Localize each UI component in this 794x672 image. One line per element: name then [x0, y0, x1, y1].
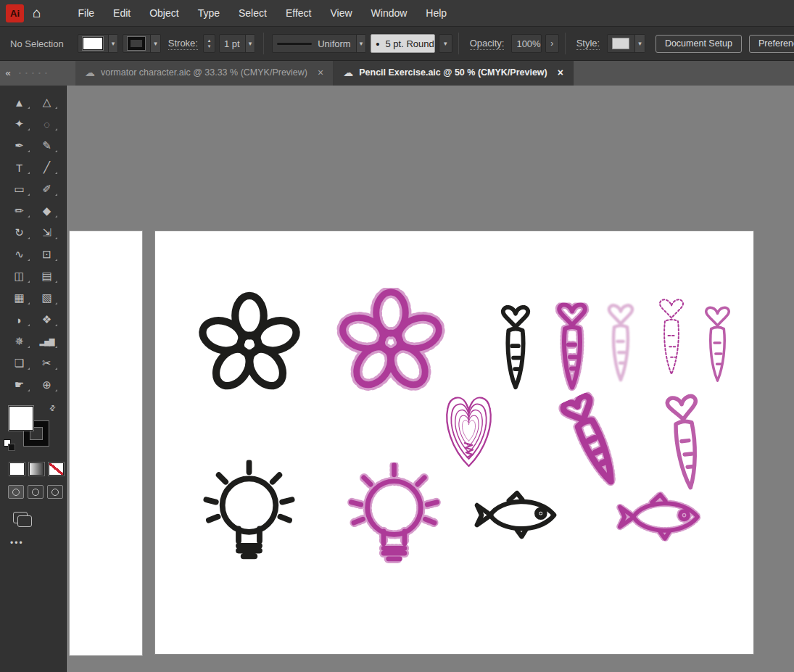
swap-fill-stroke-icon[interactable]: ⇄ — [47, 403, 57, 413]
flower-icon-black[interactable] — [197, 291, 302, 397]
draw-inside-button[interactable] — [47, 485, 63, 499]
artboard-tool[interactable]: ❏ — [6, 352, 33, 374]
close-icon[interactable]: × — [318, 67, 323, 78]
stroke-label[interactable]: Stroke: — [168, 38, 198, 50]
magic-wand-tool[interactable]: ✦ — [6, 113, 33, 135]
chevron-down-icon[interactable]: ▾ — [356, 35, 366, 52]
direct-selection-tool[interactable]: △ — [33, 91, 61, 113]
carrot-icon-magenta-tilted[interactable] — [549, 387, 638, 499]
document-setup-button[interactable]: Document Setup — [656, 35, 742, 53]
tab-vormator-character[interactable]: ☁ vormator character.aic @ 33.33 % (CMYK… — [75, 59, 334, 86]
chevron-down-icon[interactable]: ▾ — [439, 34, 452, 53]
selection-tool[interactable]: ▲ — [6, 91, 33, 113]
artboard[interactable] — [154, 231, 754, 655]
collapse-panel-icon[interactable]: « — [0, 59, 16, 86]
carrot-icon-pink[interactable] — [698, 291, 737, 401]
opacity-label[interactable]: Opacity: — [470, 38, 505, 50]
spinner-up-icon[interactable]: ▴ — [208, 38, 211, 43]
menu-effect[interactable]: Effect — [276, 7, 321, 19]
stroke-weight-combo[interactable]: 1 pt ▾ — [219, 34, 255, 53]
gradient-button[interactable] — [29, 462, 44, 476]
tab-title[interactable]: vormator character.aic @ 33.33 % (CMYK/P… — [101, 67, 307, 78]
edit-toolbar-ellipsis[interactable]: ••• — [10, 538, 66, 548]
style-swatch[interactable] — [612, 38, 629, 49]
flower-icon-magenta[interactable] — [336, 288, 445, 397]
carrot-icon-pink-faded[interactable] — [601, 289, 640, 399]
toolbar-grip[interactable] — [16, 59, 75, 86]
fish-icon-black[interactable] — [471, 485, 569, 546]
stroke-color-dropdown[interactable]: ▾ — [123, 34, 161, 53]
line-segment-tool[interactable]: ╱ — [33, 157, 61, 178]
lightbulb-icon-black[interactable] — [197, 450, 302, 573]
eraser-tool[interactable]: ◆ — [33, 200, 61, 222]
hand-tool[interactable]: ☛ — [6, 374, 33, 396]
blend-tool[interactable]: ❖ — [33, 309, 61, 331]
rotate-tool[interactable]: ↻ — [6, 222, 33, 244]
free-transform-tool[interactable]: ⊡ — [33, 244, 61, 265]
tab-pencil-exercise[interactable]: ☁ Pencil Exercise.aic @ 50 % (CMYK/Previ… — [334, 59, 574, 86]
brush-definition-combo[interactable]: • 5 pt. Round — [371, 34, 434, 53]
fill-color-dropdown[interactable]: ▾ — [78, 34, 119, 53]
paintbrush-tool[interactable]: ✐ — [33, 178, 61, 200]
carrot-icon-pink-tilted[interactable] — [656, 389, 715, 500]
draw-behind-button[interactable] — [28, 485, 44, 499]
graphic-style-dropdown[interactable]: ▾ — [607, 34, 645, 53]
fill-swatch[interactable] — [83, 37, 103, 50]
color-button[interactable] — [9, 462, 25, 476]
screen-mode-icon[interactable] — [13, 512, 28, 523]
perspective-grid-tool[interactable]: ▤ — [33, 265, 61, 287]
fill-proxy[interactable] — [9, 406, 33, 431]
menu-edit[interactable]: Edit — [104, 7, 140, 19]
opacity-combo[interactable]: 100% — [511, 34, 541, 53]
scale-tool[interactable]: ⇲ — [33, 222, 61, 244]
width-profile-combo[interactable]: Uniform ▾ — [272, 34, 366, 53]
default-fill-stroke-icon[interactable] — [4, 439, 15, 451]
chevron-down-icon[interactable]: ▾ — [245, 35, 255, 52]
pen-tool[interactable]: ✒ — [6, 135, 33, 157]
carrot-icon-black[interactable] — [495, 293, 537, 405]
home-icon[interactable]: ⌂ — [33, 5, 41, 21]
menu-select[interactable]: Select — [229, 7, 276, 19]
gradient-tool[interactable]: ▧ — [33, 287, 61, 309]
heart-scribble-icon[interactable] — [442, 372, 496, 485]
close-icon[interactable]: × — [558, 67, 563, 78]
chevron-down-icon[interactable]: ▾ — [150, 35, 160, 52]
pencil-tool[interactable]: ✏ — [6, 200, 33, 222]
menu-type[interactable]: Type — [189, 7, 229, 19]
menu-view[interactable]: View — [321, 7, 361, 19]
stroke-swatch[interactable] — [128, 37, 145, 50]
lightbulb-icon-magenta[interactable] — [342, 454, 447, 575]
preferences-button[interactable]: Preferences — [749, 35, 794, 53]
zoom-tool[interactable]: ⊕ — [33, 374, 61, 396]
symbol-sprayer-tool[interactable]: ✵ — [6, 331, 33, 352]
carrot-icon-dashed[interactable] — [652, 285, 691, 392]
mesh-tool[interactable]: ▦ — [6, 287, 33, 309]
none-button[interactable] — [49, 462, 64, 476]
stroke-weight-stepper[interactable]: ▴ ▾ — [203, 34, 215, 53]
adjacent-artboard[interactable] — [69, 231, 143, 656]
spinner-down-icon[interactable]: ▾ — [208, 43, 211, 49]
curvature-tool[interactable]: ✎ — [33, 135, 61, 157]
carrot-icon-magenta[interactable] — [550, 291, 594, 405]
illustrator-app-icon[interactable]: Ai — [6, 4, 24, 22]
menu-file[interactable]: File — [68, 7, 104, 19]
style-label[interactable]: Style: — [576, 38, 600, 50]
type-tool[interactable]: T — [6, 157, 33, 178]
width-tool[interactable]: ∿ — [6, 244, 33, 265]
column-graph-tool[interactable]: ▂▅▇ — [33, 331, 61, 352]
fish-icon-magenta[interactable] — [613, 486, 713, 548]
canvas[interactable] — [66, 86, 794, 672]
menu-object[interactable]: Object — [140, 7, 188, 19]
eyedropper-tool[interactable]: ◗ — [6, 309, 33, 331]
chevron-down-icon[interactable]: ▾ — [108, 35, 118, 52]
rectangle-tool[interactable]: ▭ — [6, 178, 33, 200]
shape-builder-tool[interactable]: ◫ — [6, 265, 33, 287]
lasso-tool[interactable]: ◌ — [33, 113, 61, 135]
opacity-panel-arrow[interactable]: › — [545, 34, 559, 53]
tab-title[interactable]: Pencil Exercise.aic @ 50 % (CMYK/Preview… — [359, 67, 547, 78]
menu-help[interactable]: Help — [416, 7, 456, 19]
menu-window[interactable]: Window — [362, 7, 417, 19]
slice-tool[interactable]: ✂ — [33, 352, 61, 374]
draw-normal-button[interactable] — [8, 485, 24, 499]
chevron-down-icon[interactable]: ▾ — [634, 35, 645, 52]
